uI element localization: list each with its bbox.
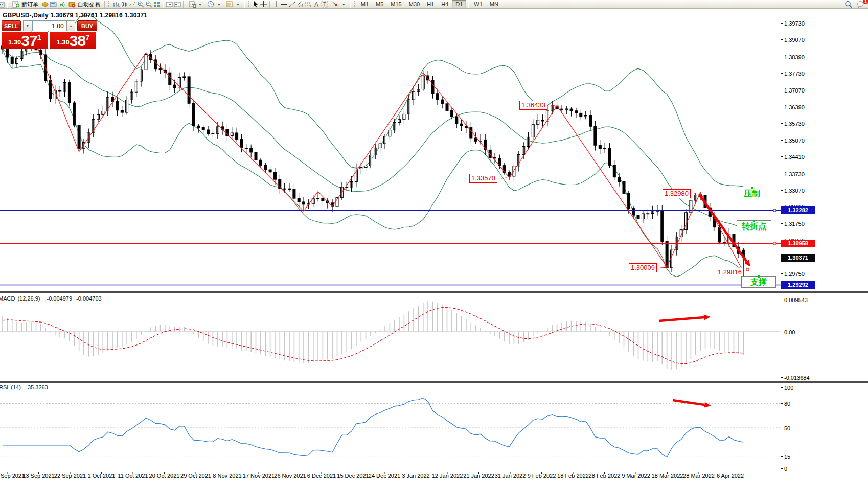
toolbar-separator	[163, 1, 164, 8]
date-axis-label: 18 Feb 2022	[557, 473, 589, 479]
horizontal-line-tool-icon[interactable]	[280, 1, 288, 8]
price-callout[interactable]: 1.30009	[629, 263, 657, 272]
market-watch-icon[interactable]	[41, 1, 49, 8]
turning-point-price-badge: 1.30958	[781, 240, 815, 247]
svg-text:T: T	[323, 2, 326, 7]
signals-icon[interactable]	[57, 1, 65, 8]
volume-increase-button[interactable]: ▲	[66, 20, 76, 31]
volume-input[interactable]: 1.00	[32, 20, 66, 31]
timeframe-button-m5[interactable]: M5	[372, 0, 387, 8]
sell-button[interactable]: SELL	[2, 20, 21, 31]
timeframe-button-m1[interactable]: M1	[357, 0, 372, 8]
support-label[interactable]: 支撑	[741, 276, 776, 288]
macd-window-label: MACD(12,26,9) -0.004979 -0.004703	[0, 295, 104, 302]
template-icon	[226, 1, 234, 8]
timeframe-button-h1[interactable]: H1	[423, 0, 438, 8]
dropdown-caret: ▼	[342, 1, 346, 8]
toolbar-grip	[108, 1, 111, 7]
toolbar-separator	[350, 1, 351, 8]
date-axis-label: 22 Sep 2021	[54, 473, 86, 479]
timeframe-button-m15[interactable]: M15	[387, 0, 405, 8]
candlestick-mode-icon[interactable]	[120, 1, 128, 8]
zoom-out-icon[interactable]	[145, 1, 153, 8]
price-axis-label: 1.35070	[784, 137, 805, 144]
selection-anchor	[751, 187, 753, 189]
periods-button[interactable]: ▼	[204, 1, 223, 8]
selection-anchor	[753, 220, 755, 222]
buy-price-tile[interactable]: 1.30387	[50, 32, 96, 49]
price-callout[interactable]: 1.29816	[716, 268, 744, 277]
chart-ohlc-title: GBPUSD-,Daily 1.30679 1.30761 1.29816 1.…	[3, 12, 147, 19]
resistance-label-text: 压制	[744, 189, 760, 198]
arrows-tool-button[interactable]: ▼	[329, 1, 348, 8]
date-axis-label: 29 Oct 2021	[180, 473, 211, 479]
date-axis-label: 3 Jan 2022	[402, 473, 429, 479]
price-axis-label: 1.33070	[784, 188, 805, 194]
price-axis-label: 1.35730	[784, 121, 805, 127]
timeframe-button-mn[interactable]: MN	[486, 0, 502, 8]
date-axis-label: 28 Feb 2022	[589, 473, 621, 479]
clipped-chart-icon[interactable]	[0, 1, 5, 8]
date-axis-label: 6 Apr 2022	[717, 473, 744, 479]
resistance-label[interactable]: 压制	[735, 188, 769, 199]
toolbar-separator	[244, 1, 245, 8]
price-axis-label: 1.39730	[784, 20, 805, 27]
crosshair-tool-icon[interactable]	[260, 1, 268, 8]
trendline-tool-icon[interactable]	[288, 1, 296, 8]
vertical-line-tool-icon[interactable]	[272, 1, 280, 8]
notifications-icon[interactable]: 1	[856, 1, 866, 8]
chart-shift-icon[interactable]	[165, 1, 173, 8]
indicators-button[interactable]: ▼	[186, 1, 204, 8]
date-axis-label: 11 Oct 2021	[118, 473, 148, 479]
auto-trading-button[interactable]: 自动交易	[65, 1, 103, 8]
rsi-axis-label: 0	[784, 466, 787, 472]
price-callout[interactable]: 1.36433	[519, 101, 547, 110]
turning-point-label[interactable]: 转折点	[737, 220, 771, 232]
templates-button[interactable]: ▼	[223, 1, 242, 8]
add-indicator-icon	[188, 1, 196, 8]
date-axis-label: 13 Sep 2021	[22, 473, 54, 479]
text-label-tool-icon[interactable]: T	[321, 1, 329, 8]
timeframe-toolbar: M1M5M15M30H1H4D1W1MN	[357, 0, 502, 8]
macd-name: MACD(12,26,9)	[0, 295, 42, 302]
toolbar-separator	[468, 1, 469, 8]
trend-arrow[interactable]	[659, 315, 711, 321]
zoom-in-icon[interactable]	[136, 1, 145, 8]
trend-arrow[interactable]	[673, 400, 711, 408]
buy-button[interactable]: BUY	[77, 20, 97, 31]
toolbar-separator	[269, 1, 270, 8]
rsi-panel	[0, 398, 781, 457]
svg-text:F: F	[310, 4, 312, 8]
timeframe-button-w1[interactable]: W1	[470, 0, 486, 8]
bar-chart-mode-icon[interactable]	[112, 1, 120, 8]
volume-decrease-button[interactable]: ▼	[23, 20, 32, 31]
timeframe-button-d1[interactable]: D1	[452, 0, 466, 8]
date-axis-label: 8 Nov 2021	[213, 473, 241, 479]
date-axis-label: 31 Jan 2022	[495, 473, 526, 479]
timeframe-button-h4[interactable]: H4	[438, 0, 452, 8]
sell-price-small: 1.30	[8, 36, 21, 49]
rsi-axis-label: 50	[784, 425, 790, 431]
search-icon[interactable]	[844, 1, 853, 8]
sell-price-tile[interactable]: 1.30371	[2, 32, 48, 49]
dropdown-caret: ▼	[236, 1, 240, 8]
price-callout[interactable]: 1.33570	[469, 174, 497, 183]
chart-canvas[interactable]: 1.397301.390701.383901.377301.370701.363…	[0, 0, 868, 483]
price-axis-label: 1.36390	[784, 104, 805, 110]
price-callout[interactable]: 1.32980	[663, 189, 691, 198]
toolbar-separator	[183, 1, 184, 8]
tile-windows-icon[interactable]	[153, 1, 161, 8]
equidistant-channel-tool-icon[interactable]: E	[296, 1, 305, 8]
timeframe-button-m30[interactable]: M30	[405, 0, 423, 8]
auto-scroll-icon[interactable]	[173, 1, 181, 8]
data-window-icon[interactable]	[49, 1, 57, 8]
price-axis-label: 1.34410	[784, 154, 805, 160]
cursor-tool-icon[interactable]	[252, 1, 260, 8]
new-order-button[interactable]: 新订单	[9, 1, 41, 8]
text-tool-icon[interactable]: A	[313, 1, 321, 8]
line-chart-mode-icon[interactable]	[128, 1, 136, 8]
svg-text:A: A	[314, 1, 318, 8]
fibonacci-tool-icon[interactable]: F	[305, 1, 313, 8]
turning-point-label-text: 转折点	[742, 222, 766, 231]
auto-trading-icon	[68, 1, 76, 8]
